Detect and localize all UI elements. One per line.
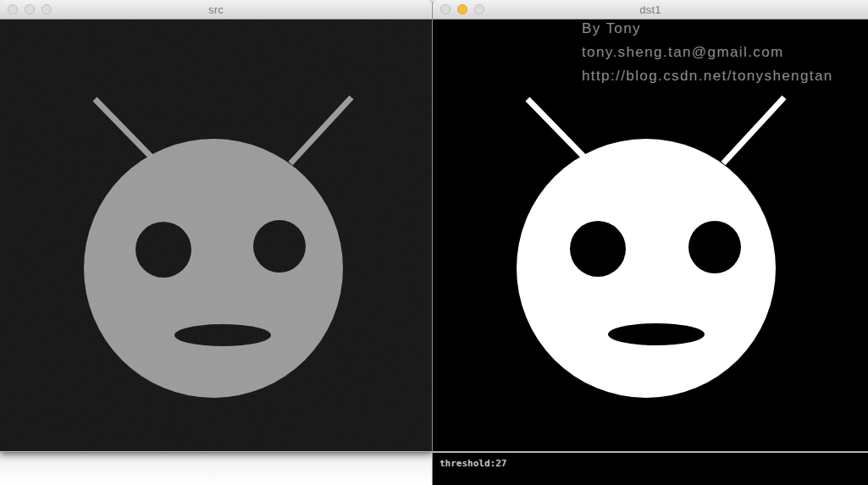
window-title: dst1 [639,3,661,16]
watermark-text: By Tony tony.sheng.tan@gmail.com http://… [582,19,833,88]
threshold-trackbar-label: threshold:27 [440,458,506,469]
right-antenna [723,97,784,163]
src-traffic-lights [8,4,52,14]
dst1-image-canvas: By Tony tony.sheng.tan@gmail.com http://… [433,19,868,451]
close-icon[interactable] [8,4,18,14]
minimize-icon[interactable] [457,4,467,14]
desktop: src [0,0,868,485]
left-antenna [528,99,590,163]
watermark-line-email: tony.sheng.tan@gmail.com [582,41,833,64]
face-head [517,139,776,398]
mouth [608,323,705,345]
android-face-gray-graphic [0,19,432,451]
src-window: src [0,0,432,452]
dst1-titlebar[interactable]: dst1 [433,0,868,19]
noise-overlay [0,19,432,451]
watermark-line-author: By Tony [582,19,833,41]
zoom-icon[interactable] [41,4,52,14]
minimize-icon[interactable] [25,4,35,14]
close-icon[interactable] [440,4,451,14]
src-titlebar[interactable]: src [0,0,432,19]
dst1-window: dst1 By Tony tony.sheng.tan@gmail.com ht… [432,0,868,485]
watermark-line-url: http://blog.csdn.net/tonyshengtan [582,64,833,88]
src-image-canvas [0,19,432,452]
window-title: src [208,3,224,16]
threshold-trackbar[interactable]: threshold:27 [433,451,868,485]
zoom-icon[interactable] [474,4,484,14]
right-eye [688,221,741,273]
left-eye [570,221,626,277]
dst1-traffic-lights [440,4,484,14]
